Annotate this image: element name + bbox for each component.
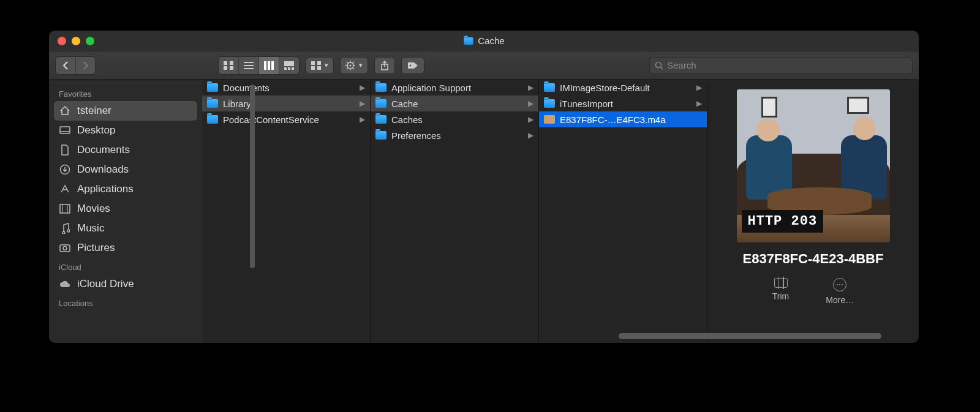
svg-rect-13 [292, 67, 294, 70]
chevron-down-icon: ▾ [359, 61, 363, 69]
svg-rect-4 [244, 62, 254, 63]
svg-line-31 [661, 67, 663, 69]
cloud-icon [59, 280, 71, 288]
list-view-button[interactable] [238, 57, 258, 74]
sidebar-item-applications[interactable]: Applications [49, 179, 202, 199]
folder-icon [207, 115, 218, 124]
folder-row[interactable]: Documents ▶ [202, 80, 370, 96]
row-label: Library [223, 99, 355, 109]
svg-rect-5 [244, 65, 254, 66]
action-button[interactable]: ▾ [340, 57, 368, 74]
folder-icon [375, 83, 386, 92]
folder-row[interactable]: Cache ▶ [371, 96, 538, 111]
column-2[interactable]: Application Support ▶ Cache ▶ Caches ▶ P… [371, 80, 539, 343]
folder-row[interactable]: iTunesImport ▶ [539, 96, 707, 111]
chevron-right-icon: ▶ [528, 131, 533, 140]
more-button[interactable]: ⋯ More… [826, 278, 854, 305]
back-button[interactable] [56, 57, 75, 74]
horizontal-scrollbar[interactable] [251, 333, 908, 339]
documents-icon [59, 144, 71, 155]
column-view-button[interactable] [258, 57, 279, 74]
sidebar-item-label: tsteiner [77, 105, 111, 117]
sidebar-item-pictures[interactable]: Pictures [49, 238, 202, 258]
sidebar-item-home[interactable]: tsteiner [54, 101, 197, 121]
forward-button[interactable] [75, 57, 95, 74]
folder-icon [207, 99, 218, 108]
sidebar-section-icloud: iCloud [49, 258, 202, 274]
file-row[interactable]: E837F8FC-…E4FC3.m4a [539, 111, 707, 127]
sidebar-item-icloud-drive[interactable]: iCloud Drive [49, 274, 202, 294]
arrange-button[interactable]: ▾ [306, 57, 334, 74]
preview-thumbnail: HTTP 203 [737, 89, 890, 242]
svg-rect-3 [230, 66, 233, 70]
close-button[interactable] [58, 37, 66, 45]
svg-rect-38 [60, 245, 70, 252]
sidebar-scrollbar[interactable] [250, 84, 255, 282]
chevron-right-icon: ▶ [360, 99, 365, 108]
folder-row[interactable]: Preferences ▶ [371, 127, 538, 143]
row-label: iTunesImport [560, 99, 692, 109]
svg-line-27 [353, 62, 354, 63]
folder-row[interactable]: Library ▶ [202, 96, 370, 111]
window-title: Cache [49, 31, 919, 51]
downloads-icon [59, 164, 71, 175]
sidebar-item-desktop[interactable]: Desktop [49, 121, 202, 140]
search-icon [655, 61, 663, 70]
gallery-view-button[interactable] [279, 57, 299, 74]
folder-row[interactable]: Application Support ▶ [371, 80, 538, 96]
chevron-down-icon: ▾ [325, 61, 328, 69]
svg-rect-8 [268, 61, 270, 70]
sidebar-item-label: Applications [77, 183, 134, 195]
column-1[interactable]: Documents ▶ Library ▶ PodcastContentServ… [202, 80, 371, 343]
more-icon: ⋯ [833, 278, 846, 291]
folder-icon [375, 131, 386, 140]
folder-row[interactable]: Caches ▶ [371, 111, 538, 127]
folder-icon [207, 83, 218, 92]
window-controls [58, 37, 94, 45]
zoom-button[interactable] [86, 37, 94, 45]
movies-icon [59, 204, 71, 214]
column-3[interactable]: IMImageStore-Default ▶ iTunesImport ▶ E8… [539, 80, 707, 343]
minimize-button[interactable] [72, 37, 80, 45]
folder-icon [544, 83, 555, 92]
row-label: Cache [391, 99, 523, 109]
sidebar-item-label: Music [77, 222, 104, 234]
share-button[interactable] [374, 57, 395, 74]
preview-actions: Trim ⋯ More… [772, 278, 854, 305]
folder-icon [375, 99, 386, 108]
chevron-right-icon: ▶ [528, 115, 533, 124]
search-input[interactable] [667, 60, 907, 70]
icon-view-button[interactable] [219, 57, 238, 74]
folder-row[interactable]: IMImageStore-Default ▶ [539, 80, 707, 96]
sidebar-section-locations: Locations [49, 294, 202, 310]
svg-point-30 [656, 62, 662, 67]
folder-row[interactable]: PodcastContentService ▶ [202, 111, 370, 127]
svg-rect-15 [317, 61, 321, 65]
row-label: PodcastContentService [223, 114, 355, 125]
sidebar-item-music[interactable]: Music [49, 219, 202, 238]
trim-button[interactable]: Trim [772, 278, 789, 305]
home-icon [59, 105, 71, 116]
pictures-icon [59, 243, 71, 253]
search-field[interactable] [649, 57, 913, 74]
music-icon [59, 223, 71, 234]
folder-icon [544, 99, 555, 108]
svg-rect-11 [284, 67, 287, 70]
sidebar-item-documents[interactable]: Documents [49, 140, 202, 160]
svg-rect-2 [224, 66, 227, 70]
svg-rect-6 [244, 68, 254, 69]
tags-button[interactable] [401, 57, 424, 74]
sidebar-item-label: Downloads [77, 163, 129, 176]
toolbar: ▾ ▾ [49, 51, 919, 80]
trim-icon [774, 278, 788, 288]
preview-filename: E837F8FC-4E23-4BBF [721, 251, 905, 267]
row-label: Preferences [391, 130, 523, 141]
sidebar-item-label: iCloud Drive [77, 278, 134, 290]
desktop-icon [59, 125, 71, 135]
svg-point-19 [350, 64, 352, 66]
sidebar-item-downloads[interactable]: Downloads [49, 160, 202, 179]
main-area: Favorites tsteiner Desktop Documents Dow… [49, 80, 919, 343]
sidebar-item-movies[interactable]: Movies [49, 199, 202, 219]
svg-point-29 [410, 64, 412, 66]
svg-rect-0 [224, 61, 227, 65]
